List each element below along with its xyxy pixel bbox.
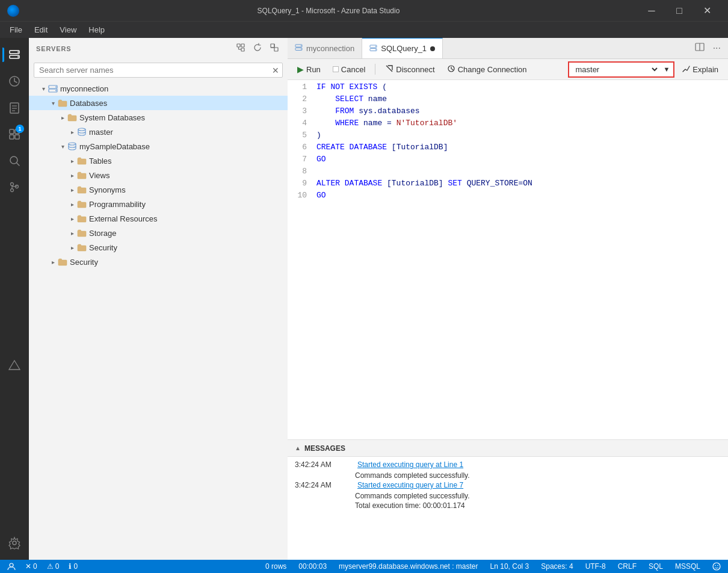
cancel-button[interactable]: Cancel: [328, 63, 370, 76]
menu-view[interactable]: View: [55, 24, 81, 36]
explain-button[interactable]: Explain: [677, 63, 723, 76]
tree-item-views[interactable]: ▸ Views: [29, 168, 288, 182]
error-icon: ✕: [25, 562, 31, 571]
window-controls[interactable]: ─ □ ✕: [638, 0, 721, 21]
run-button[interactable]: ▶ Run: [292, 63, 325, 76]
menu-help[interactable]: Help: [84, 24, 110, 36]
more-actions-icon[interactable]: ···: [711, 42, 723, 55]
split-editor-icon[interactable]: [693, 41, 707, 55]
minimize-button[interactable]: ─: [638, 0, 665, 21]
tab-label-myconnection: myconnection: [306, 44, 354, 53]
tree-label-mysampledatabase: mySampleDatabase: [79, 142, 150, 151]
folder-closed-icon: [67, 113, 77, 122]
svg-marker-19: [9, 361, 20, 370]
menu-edit[interactable]: Edit: [29, 24, 52, 36]
status-spaces[interactable]: Spaces: 4: [538, 562, 575, 571]
tree-item-programmability[interactable]: ▸ Programmability: [29, 197, 288, 211]
messages-title: MESSAGES: [304, 444, 345, 453]
disconnect-button[interactable]: Disconnect: [380, 63, 439, 76]
activity-search[interactable]: [2, 149, 26, 173]
tree-item-storage[interactable]: ▸ Storage: [29, 226, 288, 240]
status-time: 00:00:03: [296, 562, 329, 571]
svg-point-43: [375, 46, 377, 47]
status-server[interactable]: myserver99.database.windows.net : master: [336, 562, 480, 571]
tab-sqlquery[interactable]: SQLQuery_1: [362, 38, 443, 58]
svg-rect-23: [241, 48, 244, 51]
tree-item-databases[interactable]: ▾ Databases: [29, 96, 288, 110]
close-button[interactable]: ✕: [693, 0, 721, 21]
status-dialect[interactable]: MSSQL: [673, 562, 703, 571]
line-content-4: WHERE name = N'TutorialDB': [316, 119, 728, 128]
messages-header[interactable]: ▲ MESSAGES: [288, 440, 728, 457]
svg-point-49: [713, 563, 720, 570]
msg-extra-2: Total execution time: 00:00:01.174: [295, 501, 721, 510]
status-encoding[interactable]: UTF-8: [583, 562, 608, 571]
collapse-all-icon[interactable]: [268, 42, 280, 56]
activity-settings[interactable]: [2, 531, 26, 555]
status-warnings[interactable]: ⚠ 0: [45, 562, 62, 571]
status-info[interactable]: ℹ 0: [66, 562, 80, 571]
tree-item-security-root[interactable]: ▸ Security: [29, 255, 288, 269]
line-content-7: GO: [316, 155, 728, 164]
tree-label-myconnection: myconnection: [60, 84, 108, 93]
tree-label-master: master: [89, 128, 113, 137]
activity-git[interactable]: [2, 175, 26, 199]
tree-item-external-resources[interactable]: ▸ External Resources: [29, 211, 288, 226]
msg-link-2[interactable]: Started executing query at Line 7: [357, 481, 721, 489]
activity-azure[interactable]: [2, 353, 26, 377]
chevron-down-icon: ▾: [58, 141, 67, 151]
menu-file[interactable]: File: [5, 24, 27, 36]
status-smiley[interactable]: [710, 562, 723, 571]
new-connection-icon[interactable]: [235, 42, 247, 56]
tree-label-programmability: Programmability: [89, 200, 146, 209]
refresh-icon[interactable]: [251, 42, 264, 56]
tree-item-synonyms[interactable]: ▸ Synonyms: [29, 182, 288, 197]
cancel-label: Cancel: [341, 65, 365, 74]
dropdown-chevron[interactable]: ▼: [659, 64, 673, 75]
svg-point-51: [717, 565, 718, 566]
tree-label-storage: Storage: [89, 229, 117, 238]
run-icon: ▶: [297, 64, 304, 74]
database-icon: [77, 128, 87, 136]
tree-item-myconnection[interactable]: ▾ myconnection: [29, 81, 288, 96]
tree-item-tables[interactable]: ▸ Tables: [29, 153, 288, 168]
svg-point-44: [375, 49, 377, 50]
tree-item-security-mysample[interactable]: ▸ Security: [29, 240, 288, 255]
database-dropdown[interactable]: master mySampleDatabase: [569, 63, 659, 76]
server-icon: [48, 84, 58, 93]
line-content-2: SELECT name: [316, 94, 728, 104]
line-number-3: 3: [288, 107, 316, 116]
status-account-icon[interactable]: [5, 562, 18, 571]
folder-icon: [77, 229, 87, 237]
svg-point-3: [17, 57, 19, 58]
chevron-right-icon: ▸: [67, 228, 77, 238]
svg-rect-12: [15, 135, 19, 139]
search-input[interactable]: [34, 63, 283, 78]
tab-myconnection[interactable]: myconnection: [288, 38, 362, 58]
status-language[interactable]: SQL: [646, 562, 665, 571]
status-position[interactable]: Ln 10, Col 3: [488, 562, 532, 571]
database-selector[interactable]: master mySampleDatabase ▼: [568, 61, 674, 78]
activity-servers[interactable]: [2, 43, 26, 67]
tree-item-mysampledatabase[interactable]: ▾ mySampleDatabase: [29, 139, 288, 153]
folder-open-icon: [58, 99, 67, 107]
activity-history[interactable]: [2, 69, 26, 93]
window-title: SQLQuery_1 - Microsoft - Azure Data Stud…: [24, 7, 633, 15]
tree-item-system-databases[interactable]: ▸ System Databases: [29, 110, 288, 125]
tree-label-external-resources: External Resources: [89, 214, 157, 223]
line-content-1: IF NOT EXISTS (: [316, 82, 728, 91]
status-errors[interactable]: ✕ 0: [23, 562, 40, 571]
change-connection-icon: [447, 64, 455, 75]
folder-icon: [77, 156, 87, 165]
tree-item-master[interactable]: ▸ master: [29, 125, 288, 139]
search-clear-icon[interactable]: ✕: [272, 66, 279, 75]
svg-rect-28: [274, 48, 278, 51]
maximize-button[interactable]: □: [665, 0, 693, 21]
msg-link-1[interactable]: Started executing query at Line 1: [357, 460, 721, 469]
activity-notebooks[interactable]: [2, 96, 26, 120]
activity-extensions[interactable]: 1: [2, 122, 26, 146]
code-editor[interactable]: 1 IF NOT EXISTS ( 2 SELECT name 3 FROM s…: [288, 80, 728, 439]
status-line-ending[interactable]: CRLF: [615, 562, 639, 571]
explain-label: Explain: [693, 65, 718, 74]
change-connection-button[interactable]: Change Connection: [442, 63, 532, 76]
